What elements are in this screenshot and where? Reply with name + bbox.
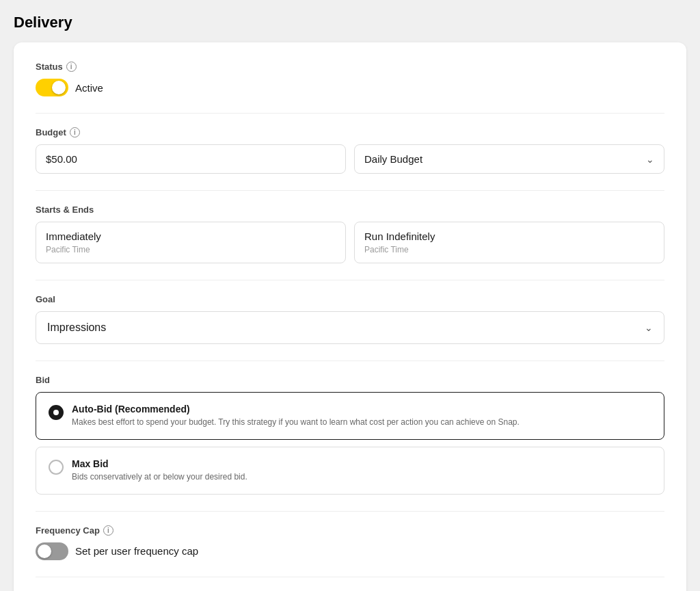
divider-2	[36, 190, 664, 191]
end-date-value: Run Indefinitely	[364, 231, 654, 242]
budget-amount-input[interactable]: $50.00	[36, 144, 346, 174]
frequency-cap-info-icon[interactable]: i	[103, 525, 113, 536]
status-section: Status i Active	[36, 62, 664, 96]
auto-bid-content: Auto-Bid (Recommended) Makes best effort…	[72, 404, 520, 428]
goal-chevron-icon: ⌄	[645, 322, 653, 333]
date-row: Immediately Pacific Time Run Indefinitel…	[36, 222, 664, 263]
divider-4	[36, 360, 664, 361]
starts-ends-section: Starts & Ends Immediately Pacific Time R…	[36, 205, 664, 263]
divider-3	[36, 280, 664, 280]
status-info-icon[interactable]: i	[66, 62, 77, 72]
delivery-card: Status i Active Budget i $50.00 Daily Bu…	[14, 42, 686, 591]
budget-label: Budget i	[36, 127, 664, 137]
page-title: Delivery	[14, 14, 686, 31]
goal-value: Impressions	[47, 321, 106, 334]
end-date-field[interactable]: Run Indefinitely Pacific Time	[354, 222, 664, 263]
divider-5	[36, 511, 664, 512]
frequency-cap-label: Frequency Cap i	[36, 525, 664, 536]
status-toggle-wrapper: Active	[36, 79, 664, 96]
status-value: Active	[75, 82, 103, 94]
frequency-cap-section: Frequency Cap i Set per user frequency c…	[36, 525, 664, 560]
auto-bid-desc: Makes best effort to spend your budget. …	[72, 417, 520, 428]
goal-dropdown[interactable]: Impressions ⌄	[36, 311, 664, 344]
bid-section: Bid Auto-Bid (Recommended) Makes best ef…	[36, 375, 664, 495]
frequency-cap-toggle[interactable]	[36, 542, 68, 560]
budget-type-dropdown[interactable]: Daily Budget ⌄	[354, 144, 664, 174]
goal-section: Goal Impressions ⌄	[36, 294, 664, 344]
frequency-cap-toggle-wrapper: Set per user frequency cap	[36, 542, 664, 560]
max-bid-content: Max Bid Bids conservatively at or below …	[72, 458, 247, 483]
divider-1	[36, 113, 664, 114]
budget-section: Budget i $50.00 Daily Budget ⌄	[36, 127, 664, 174]
start-timezone: Pacific Time	[46, 245, 336, 254]
budget-info-icon[interactable]: i	[70, 127, 80, 137]
auto-bid-title: Auto-Bid (Recommended)	[72, 404, 520, 415]
goal-label: Goal	[36, 294, 664, 304]
start-date-value: Immediately	[46, 231, 336, 242]
status-toggle[interactable]	[36, 79, 68, 96]
budget-type-chevron-icon: ⌄	[646, 154, 654, 165]
max-bid-radio[interactable]	[49, 460, 64, 475]
starts-ends-label: Starts & Ends	[36, 205, 664, 215]
status-label: Status i	[36, 62, 664, 72]
end-timezone: Pacific Time	[364, 245, 654, 254]
auto-bid-radio-inner	[53, 410, 59, 415]
start-date-field[interactable]: Immediately Pacific Time	[36, 222, 346, 263]
auto-bid-option[interactable]: Auto-Bid (Recommended) Makes best effort…	[36, 392, 664, 440]
auto-bid-radio[interactable]	[49, 405, 64, 420]
divider-6	[36, 577, 664, 577]
max-bid-title: Max Bid	[72, 458, 247, 469]
budget-row: $50.00 Daily Budget ⌄	[36, 144, 664, 174]
bid-label: Bid	[36, 375, 664, 385]
frequency-cap-toggle-label: Set per user frequency cap	[75, 545, 198, 557]
max-bid-desc: Bids conservatively at or below your des…	[72, 471, 247, 483]
max-bid-option[interactable]: Max Bid Bids conservatively at or below …	[36, 447, 664, 495]
